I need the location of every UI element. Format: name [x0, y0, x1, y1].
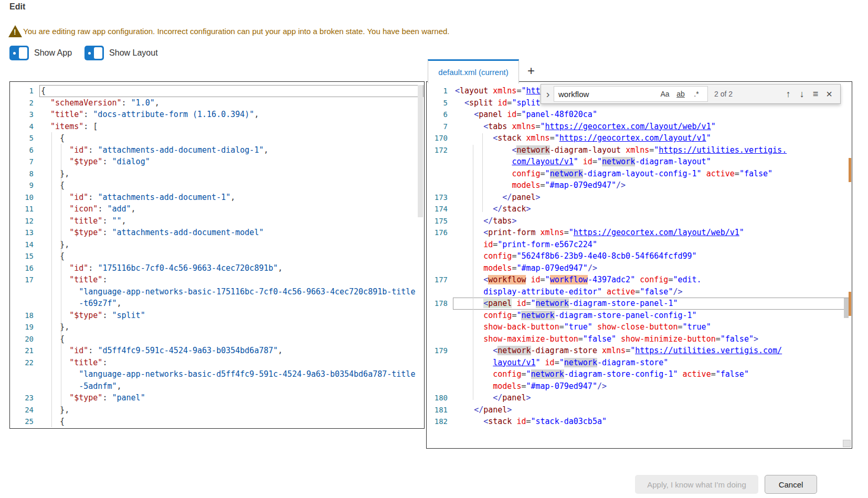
- code-line[interactable]: 16 "id": "175116bc-7cf0-4c56-9663-4cec72…: [10, 262, 424, 274]
- code-line[interactable]: 12 "title": "",: [10, 215, 424, 227]
- right-editor-scrollbar[interactable]: [844, 298, 849, 318]
- code-text: "items": [: [34, 121, 98, 133]
- line-number: 176: [427, 227, 448, 239]
- code-line[interactable]: 174 </stack>: [427, 203, 852, 215]
- show-app-toggle[interactable]: [9, 46, 29, 60]
- tab-default-xml[interactable]: default.xml (current): [428, 59, 519, 83]
- code-line[interactable]: 20 {: [10, 333, 424, 345]
- code-line[interactable]: models="#map-079ed947"/>: [427, 380, 852, 393]
- line-number: 18: [10, 310, 34, 322]
- code-line[interactable]: 23 "$type": "panel": [10, 392, 424, 404]
- code-text: "$type": "attachments-add-document-model…: [34, 227, 263, 239]
- line-number: 8: [10, 168, 34, 180]
- code-line[interactable]: id="print-form-e567c224": [427, 239, 852, 251]
- regex-icon[interactable]: .*: [689, 90, 704, 98]
- code-line[interactable]: 3 "title": "docs-attribute-form (1.16.0.…: [10, 109, 424, 121]
- code-line[interactable]: "language-app-networks-basic-175116bc-7c…: [10, 286, 424, 298]
- code-line[interactable]: 176 <print-form xmlns="https://geocortex…: [427, 227, 852, 239]
- code-text: "id": "d5ff4fc9-591c-4524-9a63-b0354bd6a…: [34, 345, 283, 357]
- code-line[interactable]: 17 "title":: [10, 274, 424, 286]
- code-line[interactable]: 7 "$type": "dialog": [10, 156, 424, 168]
- find-previous-icon[interactable]: ↑: [781, 89, 795, 100]
- code-text: <tabs xmlns="https://geocortex.com/layou…: [448, 121, 716, 133]
- code-line[interactable]: 182 <stack id="stack-da03cb5a": [427, 416, 852, 428]
- find-input-wrap: Aa ab .*: [554, 86, 708, 102]
- code-text: config="network-diagram-layout-config-1"…: [448, 168, 772, 180]
- code-text: {: [34, 179, 65, 192]
- code-line[interactable]: 1{: [10, 85, 424, 97]
- code-line[interactable]: 22 "title":: [10, 357, 424, 369]
- code-text: show-maximize-button="false" show-minimi…: [448, 333, 758, 345]
- code-text: <print-form xmlns="https://geocortex.com…: [448, 227, 744, 239]
- find-in-selection-icon[interactable]: ≡: [809, 89, 822, 100]
- code-line[interactable]: 177 <workflow id="workflow-4397adc2" con…: [427, 274, 852, 286]
- find-collapse-chevron-icon[interactable]: ›: [543, 88, 553, 100]
- code-line[interactable]: layout/v1" id="network-diagram-store": [427, 357, 852, 369]
- code-line[interactable]: 6 <panel id="panel-48f020ca": [427, 109, 852, 121]
- code-text: config="5624f8b6-23b9-4e40-8cb0-54f664fc…: [448, 250, 697, 262]
- left-editor-scrollbar[interactable]: [418, 85, 423, 217]
- code-line[interactable]: config="network-diagram-store-config-1" …: [427, 368, 852, 380]
- code-line[interactable]: 181 </panel>: [427, 404, 852, 416]
- code-line[interactable]: 178 <panel id="network-diagram-store-pan…: [427, 298, 852, 310]
- code-text: config="network-diagram-store-panel-conf…: [448, 310, 697, 322]
- find-next-icon[interactable]: ↓: [795, 89, 809, 100]
- apply-button[interactable]: Apply, I know what I'm doing: [635, 475, 758, 494]
- code-line[interactable]: 6 "id": "attachments-add-document-dialog…: [10, 144, 424, 156]
- whole-word-icon[interactable]: ab: [673, 90, 689, 98]
- code-line[interactable]: models="#map-079ed947"/>: [427, 179, 852, 192]
- code-line[interactable]: 170 <stack xmlns="https://geocortex.com/…: [427, 132, 852, 144]
- xml-code-editor[interactable]: 1<layout xmlns="htt5 <split id="split6 <…: [426, 81, 852, 449]
- toggle-knob: [19, 47, 27, 59]
- code-line[interactable]: 173 </panel>: [427, 192, 852, 204]
- code-text: id="print-form-e567c224": [448, 239, 597, 251]
- code-line[interactable]: com/layout/v1" id="network-diagram-layou…: [427, 156, 852, 168]
- code-line[interactable]: 15 {: [10, 250, 424, 262]
- code-line[interactable]: 4 "items": [: [10, 121, 424, 133]
- cancel-button[interactable]: Cancel: [765, 475, 817, 494]
- line-number: 170: [427, 132, 448, 144]
- code-line[interactable]: 5 {: [10, 132, 424, 144]
- code-line[interactable]: 13 "$type": "attachments-add-document-mo…: [10, 227, 424, 239]
- find-input[interactable]: [554, 90, 657, 99]
- code-line[interactable]: display-attribute-editor" active="false"…: [427, 286, 852, 298]
- code-line[interactable]: 18 "$type": "split": [10, 310, 424, 322]
- code-line[interactable]: 172 <network-diagram-layout xmlns="https…: [427, 144, 852, 156]
- code-line[interactable]: 19 },: [10, 321, 424, 333]
- code-line[interactable]: 14 },: [10, 239, 424, 251]
- code-line[interactable]: config="5624f8b6-23b9-4e40-8cb0-54f664fc…: [427, 250, 852, 262]
- code-line[interactable]: 11 "icon": "add",: [10, 203, 424, 215]
- line-number: 17: [10, 274, 34, 286]
- line-number: 172: [427, 144, 448, 156]
- code-line[interactable]: models="#map-079ed947"/>: [427, 262, 852, 274]
- code-line[interactable]: 179 <network-diagram-store xmlns="https:…: [427, 345, 852, 357]
- code-text: <network-diagram-layout xmlns="https://u…: [448, 144, 787, 156]
- code-line[interactable]: 21 "id": "d5ff4fc9-591c-4524-9a63-b0354b…: [10, 345, 424, 357]
- code-text: "title": "",: [34, 215, 126, 227]
- line-number: [427, 357, 448, 369]
- line-number: [427, 286, 448, 298]
- match-case-icon[interactable]: Aa: [657, 90, 673, 98]
- add-tab-button[interactable]: +: [523, 62, 539, 79]
- code-line[interactable]: 2 "schemaVersion": "1.0",: [10, 97, 424, 109]
- code-line[interactable]: 180 </panel>: [427, 392, 852, 404]
- code-line[interactable]: 24 },: [10, 404, 424, 416]
- code-line[interactable]: 10 "id": "attachments-add-document-1",: [10, 192, 424, 204]
- show-layout-toggle[interactable]: [84, 46, 104, 60]
- line-number: 177: [427, 274, 448, 286]
- code-line[interactable]: -5adnfm",: [10, 380, 424, 393]
- code-line[interactable]: config="network-diagram-layout-config-1"…: [427, 168, 852, 180]
- code-line[interactable]: 8 },: [10, 168, 424, 180]
- code-line[interactable]: 7 <tabs xmlns="https://geocortex.com/lay…: [427, 121, 852, 133]
- find-close-icon[interactable]: ×: [822, 88, 836, 100]
- code-line[interactable]: "language-app-networks-basic-d5ff4fc9-59…: [10, 368, 424, 380]
- code-line[interactable]: 9 {: [10, 179, 424, 192]
- code-line[interactable]: config="network-diagram-store-panel-conf…: [427, 310, 852, 322]
- code-line[interactable]: 175 </tabs>: [427, 215, 852, 227]
- code-line[interactable]: show-back-button="true" show-close-butto…: [427, 321, 852, 333]
- code-line[interactable]: 25 {: [10, 416, 424, 428]
- code-line[interactable]: show-maximize-button="false" show-minimi…: [427, 333, 852, 345]
- line-number: [427, 250, 448, 262]
- code-line[interactable]: -t69z7f",: [10, 298, 424, 310]
- json-code-editor[interactable]: 1{2 "schemaVersion": "1.0",3 "title": "d…: [9, 81, 425, 429]
